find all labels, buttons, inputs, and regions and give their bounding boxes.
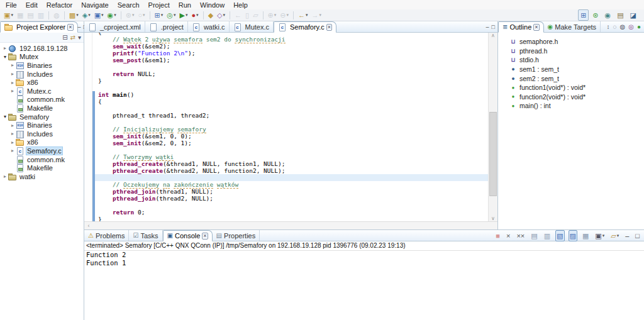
tree-item-watki[interactable]: ▸watki	[0, 172, 84, 181]
tab-console[interactable]: ▣Console×	[163, 230, 213, 241]
code-line[interactable]	[92, 174, 488, 181]
code-line[interactable]	[92, 105, 488, 112]
code-line[interactable]: int main()	[92, 91, 488, 98]
new-c-project-button[interactable]: ▩▾	[68, 10, 80, 20]
collapse-all-icon[interactable]: ⊟	[62, 33, 67, 42]
code-line[interactable]	[92, 63, 488, 70]
menu-help[interactable]: Help	[229, 1, 252, 9]
remove-launch-button[interactable]: ×	[505, 231, 511, 241]
code-area[interactable]: { // Wątek 2 używa semafora sem2 do sync…	[92, 29, 488, 221]
scrollbar-thumb[interactable]	[489, 112, 497, 196]
save-button[interactable]: ▦	[16, 10, 25, 20]
code-line[interactable]	[92, 119, 488, 126]
link-with-editor-icon[interactable]: ⇄	[70, 33, 75, 42]
menu-navigate[interactable]: Navigate	[77, 1, 113, 9]
outline-item-function2-void-void-[interactable]: ●function2(void*) : void*	[498, 92, 644, 102]
outline-item-main-int[interactable]: ●main() : int	[498, 101, 644, 111]
terminate-button[interactable]: ■	[494, 231, 501, 241]
open-console-button[interactable]: ▱▾	[609, 231, 620, 241]
tab-make-targets[interactable]: ◉Make Targets	[544, 21, 601, 32]
maximize-icon[interactable]: □	[492, 24, 495, 30]
remove-all-terminated-button[interactable]: ××	[515, 231, 526, 241]
search-button[interactable]: ◇▾	[216, 10, 226, 20]
menu-project[interactable]: Project	[144, 1, 174, 9]
view-menu-icon[interactable]: ▾	[78, 33, 81, 42]
editor-vertical-scrollbar[interactable]: ∧ ∨	[488, 33, 497, 221]
chevron-right-icon[interactable]: ▸	[9, 80, 16, 86]
code-line[interactable]: // Wątek 2 używa semafora sem2 do synchr…	[92, 36, 488, 43]
editor-tab-mutex-c[interactable]: Mutex.c	[230, 21, 274, 32]
annotation-ruler[interactable]	[84, 33, 92, 221]
code-line[interactable]	[92, 146, 488, 153]
tree-item-x86[interactable]: ▸x86	[0, 138, 84, 147]
chevron-right-icon[interactable]: ▸	[2, 174, 8, 179]
tab-project-explorer[interactable]: Project Explorer ×	[0, 21, 78, 33]
launch-history-button[interactable]: ○▾	[136, 10, 146, 20]
profile-button[interactable]: ●▾	[190, 10, 199, 20]
code-line[interactable]	[92, 84, 488, 91]
scroll-up-icon[interactable]: ∧	[489, 33, 497, 38]
new-class-button[interactable]: ◈▾	[81, 10, 92, 20]
sort-icon[interactable]: ↕	[607, 23, 610, 30]
hide-fields-icon[interactable]: ◌	[613, 23, 617, 30]
menu-edit[interactable]: Edit	[21, 1, 42, 9]
outline-item-function1-void-void-[interactable]: ●function1(void*) : void*	[498, 83, 644, 92]
tree-item-includes[interactable]: ▸Includes	[0, 130, 84, 138]
tree-item-binaries[interactable]: ▸Binaries	[0, 121, 84, 130]
tab-tasks[interactable]: ☑Tasks	[129, 230, 162, 241]
outline-item-pthread-h[interactable]: ⊔pthread.h	[498, 47, 644, 56]
tree-item-192-168-19-128[interactable]: ▸192.168.19.128	[0, 44, 84, 53]
chevron-down-icon[interactable]: ▾	[2, 54, 8, 60]
code-line[interactable]: {	[92, 98, 488, 105]
menu-file[interactable]: File	[1, 1, 21, 9]
editor-tab-semafory-c[interactable]: Semafory.c×	[274, 21, 336, 33]
code-line[interactable]: sem_post(&sem1);	[92, 57, 488, 63]
perspective-system-builder-button[interactable]: ▤	[614, 9, 626, 21]
code-line[interactable]: pthread_join(thread2, NULL);	[92, 195, 488, 202]
editor-tab--cproject-xml[interactable]: _cproject.xml	[84, 21, 145, 32]
link-with-editor-button[interactable]: ▱	[252, 10, 259, 20]
run-button[interactable]: ▶▾	[178, 10, 189, 20]
print-button[interactable]: ▤	[26, 10, 35, 20]
hide-static-members-icon[interactable]: ◍	[619, 23, 625, 30]
tree-item-semafory-c[interactable]: ▸Semafory.c	[0, 146, 84, 155]
code-line[interactable]: printf("Function 2\n");	[92, 50, 488, 57]
minimize-icon[interactable]: –	[78, 24, 81, 30]
show-on-output-button[interactable]: ▨	[569, 230, 577, 241]
code-line[interactable]: return 0;	[92, 209, 488, 216]
build-button[interactable]: ◉▾	[106, 10, 118, 20]
outline-item-sem2-sem-t[interactable]: ●sem2 : sem_t	[498, 74, 644, 83]
tree-item-mutex-c[interactable]: ▸Mutex.c	[0, 87, 84, 96]
chevron-down-icon[interactable]: ▾	[2, 114, 8, 119]
chevron-right-icon[interactable]: ▸	[9, 71, 16, 77]
chevron-right-icon[interactable]: ▸	[9, 131, 16, 136]
chevron-right-icon[interactable]: ▸	[9, 148, 16, 153]
open-element-button[interactable]: ◆	[207, 10, 214, 20]
code-line[interactable]: pthread_t thread1, thread2;	[92, 112, 488, 119]
code-line[interactable]: pthread_create(&thread1, NULL, function1…	[92, 160, 488, 167]
coverage-button[interactable]: ◎▾	[165, 10, 177, 20]
previous-annotation-button[interactable]: ⊖▾	[279, 10, 290, 20]
editor-tab-watki-c[interactable]: watki.c	[188, 21, 230, 32]
close-icon[interactable]: ×	[326, 24, 332, 31]
chevron-right-icon[interactable]: ▸	[9, 88, 16, 94]
hide-non-public-members-icon[interactable]: ◎	[628, 23, 634, 30]
code-line[interactable]	[92, 202, 488, 209]
code-line[interactable]: pthread_create(&thread2, NULL, function2…	[92, 167, 488, 174]
code-line[interactable]: sem_init(&sem1, 0, 0);	[92, 133, 488, 140]
pin-console-button[interactable]: ▦	[581, 231, 590, 241]
code-line[interactable]: // Tworzymy wątki	[92, 153, 488, 160]
perspective-cpp-button[interactable]: ⊞	[578, 9, 589, 21]
scroll-lock-button[interactable]: ▥	[543, 231, 552, 241]
next-annotation-button[interactable]: ⊕▾	[267, 10, 278, 20]
close-icon[interactable]: ×	[533, 24, 539, 31]
perspective-debug-button[interactable]: ◉	[602, 9, 614, 21]
code-line[interactable]: return NULL;	[92, 70, 488, 77]
status-dot-icon[interactable]: ●	[637, 23, 641, 30]
tree-item-mutex[interactable]: ▾Mutex	[0, 53, 84, 62]
clear-console-button[interactable]: ▤	[530, 231, 538, 241]
tree-item-x86[interactable]: ▸x86	[0, 78, 84, 87]
chevron-right-icon[interactable]: ▸	[9, 123, 16, 128]
word-wrap-button[interactable]: ▧	[555, 230, 564, 241]
minimize-icon[interactable]: –	[486, 24, 489, 30]
